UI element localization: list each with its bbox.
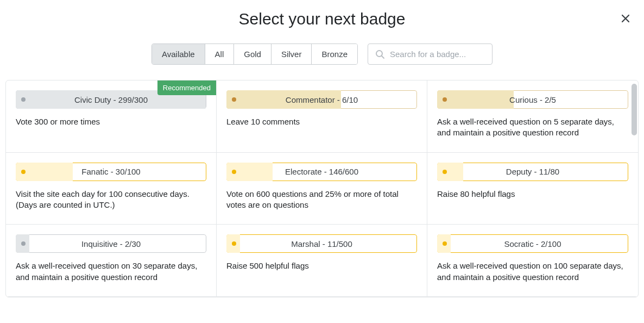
tab-all[interactable]: All bbox=[205, 44, 235, 64]
search-box[interactable] bbox=[368, 44, 493, 65]
badge-progress-label: Electorate - 146/600 bbox=[226, 167, 417, 176]
badge-progress[interactable]: Marshal - 11/500 bbox=[226, 234, 417, 253]
search-input[interactable] bbox=[390, 44, 485, 64]
badge-description: Vote 300 or more times bbox=[16, 116, 206, 127]
badge-progress-label: Curious - 2/5 bbox=[437, 95, 628, 104]
tab-available[interactable]: Available bbox=[152, 44, 205, 64]
badge-description: Leave 10 comments bbox=[226, 116, 417, 127]
badge-card[interactable]: Deputy - 11/80Raise 80 helpful flags bbox=[427, 153, 638, 225]
badge-progress-label: Socratic - 2/100 bbox=[437, 239, 628, 249]
filter-tabs: AvailableAllGoldSilverBronze bbox=[151, 44, 358, 65]
controls-row: AvailableAllGoldSilverBronze bbox=[0, 44, 644, 65]
badge-description: Raise 80 helpful flags bbox=[437, 189, 628, 200]
close-icon bbox=[620, 13, 631, 24]
badge-card[interactable]: Marshal - 11/500Raise 500 helpful flags bbox=[217, 225, 427, 297]
badge-grid[interactable]: RecommendedCivic Duty - 299/300Vote 300 … bbox=[6, 80, 638, 297]
badge-picker-modal: Select your next badge AvailableAllGoldS… bbox=[0, 0, 644, 323]
badge-card[interactable]: Curious - 2/5Ask a well-received questio… bbox=[427, 80, 638, 153]
badge-card[interactable]: RecommendedCivic Duty - 299/300Vote 300 … bbox=[6, 80, 217, 153]
close-button[interactable] bbox=[620, 13, 631, 26]
badge-grid-container: RecommendedCivic Duty - 299/300Vote 300 … bbox=[5, 80, 639, 297]
tab-bronze[interactable]: Bronze bbox=[312, 44, 357, 64]
modal-title: Select your next badge bbox=[0, 10, 644, 28]
badge-progress[interactable]: Fanatic - 30/100 bbox=[16, 163, 206, 181]
tab-silver[interactable]: Silver bbox=[272, 44, 312, 64]
badge-progress[interactable]: Inquisitive - 2/30 bbox=[16, 234, 206, 253]
badge-progress[interactable]: Commentator - 6/10 bbox=[226, 90, 417, 109]
badge-progress-label: Civic Duty - 299/300 bbox=[16, 95, 206, 104]
badge-progress-label: Marshal - 11/500 bbox=[226, 239, 417, 249]
badge-card[interactable]: Electorate - 146/600Vote on 600 question… bbox=[217, 153, 427, 225]
badge-progress[interactable]: Curious - 2/5 bbox=[437, 90, 628, 109]
badge-progress[interactable]: Socratic - 2/100 bbox=[437, 234, 628, 253]
scrollbar-thumb[interactable] bbox=[632, 84, 637, 135]
badge-progress-label: Inquisitive - 2/30 bbox=[16, 239, 206, 249]
badge-progress-label: Commentator - 6/10 bbox=[226, 95, 417, 104]
badge-card[interactable]: Fanatic - 30/100Visit the site each day … bbox=[6, 153, 217, 225]
badge-progress[interactable]: Electorate - 146/600 bbox=[226, 163, 417, 181]
badge-card[interactable]: Inquisitive - 2/30Ask a well-received qu… bbox=[6, 225, 217, 297]
badge-description: Vote on 600 questions and 25% or more of… bbox=[226, 189, 417, 211]
recommended-badge: Recommended bbox=[157, 80, 216, 95]
search-icon bbox=[375, 49, 386, 60]
badge-card[interactable]: Commentator - 6/10Leave 10 comments bbox=[217, 80, 427, 153]
badge-card[interactable]: Socratic - 2/100Ask a well-received ques… bbox=[427, 225, 638, 297]
badge-description: Raise 500 helpful flags bbox=[226, 260, 417, 271]
badge-description: Visit the site each day for 100 consecut… bbox=[16, 189, 206, 211]
badge-description: Ask a well-received question on 30 separ… bbox=[16, 260, 206, 283]
badge-progress[interactable]: Deputy - 11/80 bbox=[437, 163, 628, 181]
badge-description: Ask a well-received question on 5 separa… bbox=[437, 116, 628, 139]
badge-progress-label: Deputy - 11/80 bbox=[437, 167, 628, 176]
tab-gold[interactable]: Gold bbox=[234, 44, 272, 64]
badge-description: Ask a well-received question on 100 sepa… bbox=[437, 260, 628, 283]
badge-progress-label: Fanatic - 30/100 bbox=[16, 167, 206, 176]
